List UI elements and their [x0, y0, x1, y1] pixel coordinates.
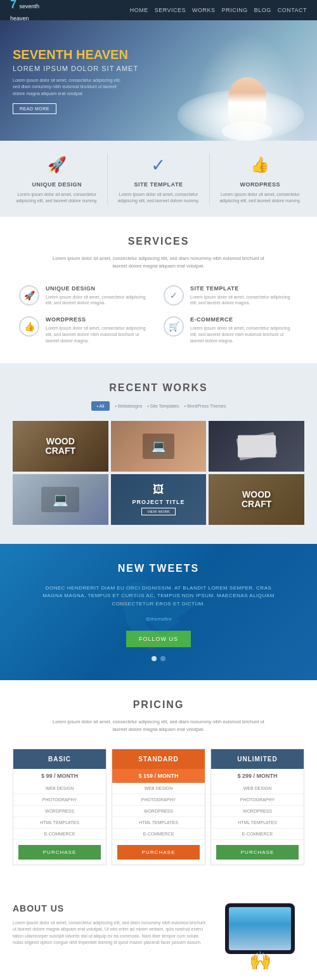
basic-purchase-button[interactable]: PURCHASE [18, 845, 101, 860]
service-body-1: Lorem ipsum dolor sit amet, consectetur … [190, 294, 298, 307]
project-title: PROJECT TITLE [132, 499, 184, 505]
basic-feature-0: WEB DESIGN [13, 783, 106, 794]
tweets-title: NEW TWEETS [19, 563, 298, 574]
service-unique-design: 🚀 UNIQUE DESIGN Lorem ipsum dolor sit am… [19, 285, 153, 307]
unlimited-feature-0: WEB DESIGN [211, 783, 304, 794]
standard-feature-3: HTML TEMPLATES [112, 817, 205, 828]
tablet-illustration: 🙌 [216, 903, 304, 971]
service-cart-icon: 🛒 [164, 316, 184, 337]
hero-person-illustration [222, 77, 273, 141]
pricing-standard-price: $ 159 / MONTH [112, 769, 205, 783]
pricing-unlimited-header: UNLIMITED [211, 749, 304, 769]
tweet-pagination [19, 656, 298, 661]
unlimited-purchase-button[interactable]: PURCHASE [216, 845, 299, 860]
service-ecommerce: 🛒 E-COMMERCE Lorem ipsum dolor sit amet,… [164, 316, 298, 344]
hero-title-rest: HEAVEN [72, 48, 127, 61]
hands-icon: 🙌 [216, 950, 304, 971]
rocket-icon: 🚀 [46, 153, 68, 176]
work-text-6: WOODCRAFT [242, 489, 271, 509]
standard-feature-2: WORDPRESS [112, 806, 205, 817]
pricing-basic-card: BASIC $ 99 / MONTH WEB DESIGN PHOTOGRAPH… [13, 749, 107, 865]
recent-works-section: RECENT WORKS • All • Webdesigns • Site T… [0, 363, 317, 544]
feature-body-0: Lorem ipsum dolor sit amet, consectetur … [13, 191, 101, 204]
unlimited-feature-1: PHOTOGRAPHY [211, 794, 304, 806]
features-bar: 🚀 UNIQUE DESIGN Lorem ipsum dolor sit am… [0, 141, 317, 217]
nav-pricing[interactable]: PRICING [222, 7, 248, 13]
thumbsup-icon: 👍 [249, 153, 271, 176]
tweets-section: 🐦 NEW TWEETS DONEC HENDRERIT DIAM EU ORC… [0, 544, 317, 680]
filter-wordpress-themes[interactable]: • WordPress Themes [184, 404, 226, 408]
works-filters: • All • Webdesigns • Site Templates • Wo… [13, 401, 304, 411]
feature-title-0: UNIQUE DESIGN [32, 181, 82, 188]
feature-site-template: ✓ SITE TEMPLATE Lorem ipsum dolor sit am… [108, 153, 209, 204]
nav-blog[interactable]: BLOG [254, 7, 271, 13]
service-title-1: SITE TEMPLATE [190, 285, 298, 292]
service-body-3: Lorem ipsum dolor sit amet, consectetur … [190, 325, 298, 344]
dot-2[interactable] [160, 656, 165, 661]
pricing-standard-card: STANDARD $ 159 / MONTH WEB DESIGN PHOTOG… [112, 749, 205, 865]
nav-logo: 7 seventhheaven [10, 0, 39, 23]
unlimited-feature-3: HTML TEMPLATES [211, 817, 304, 828]
service-site-template-text: SITE TEMPLATE Lorem ipsum dolor sit amet… [190, 285, 298, 307]
work-item-2[interactable]: 💻 [111, 421, 207, 472]
nav-services[interactable]: SERVICES [155, 7, 186, 13]
navigation: 7 seventhheaven HOME SERVICES WORKS PRIC… [0, 0, 317, 20]
filter-webdesigns[interactable]: • Webdesigns [115, 404, 142, 408]
service-unique-design-text: UNIQUE DESIGN Lorem ipsum dolor sit amet… [46, 285, 153, 307]
standard-purchase-button[interactable]: PURCHASE [117, 845, 200, 860]
about-title: ABOUT US [13, 903, 205, 913]
service-title-3: E-COMMERCE [190, 316, 298, 323]
basic-feature-2: WORDPRESS [13, 806, 106, 817]
work-text-1: WOODCRAFT [46, 436, 75, 456]
unlimited-feature-4: E-COMMERCE [211, 828, 304, 840]
service-title-2: WORDPRESS [46, 316, 153, 323]
pricing-basic-price: $ 99 / MONTH [13, 769, 106, 783]
filter-site-templates[interactable]: • Site Templates [147, 404, 179, 408]
service-check-icon: ✓ [164, 285, 184, 306]
tablet-frame [225, 903, 295, 954]
basic-feature-3: HTML TEMPLATES [13, 817, 106, 828]
nav-home[interactable]: HOME [130, 7, 148, 13]
service-thumbs-icon: 👍 [19, 316, 39, 337]
pricing-basic-header: BASIC [13, 749, 106, 769]
feature-body-2: Lorem ipsum dolor sit amet, consectetur … [216, 191, 304, 204]
checkmark-icon: ✓ [147, 153, 170, 176]
nav-works[interactable]: WORKS [192, 7, 216, 13]
hero-title: SEVENTH HEAVEN [13, 47, 304, 62]
basic-feature-4: E-COMMERCE [13, 828, 106, 840]
work-item-1[interactable]: WOODCRAFT [13, 421, 108, 472]
recent-works-title: RECENT WORKS [13, 382, 304, 394]
unlimited-feature-2: WORDPRESS [211, 806, 304, 817]
filter-all[interactable]: • All [91, 401, 110, 411]
nav-contact[interactable]: CONTACT [278, 7, 307, 13]
hero-section: SEVENTH HEAVEN LOREM IPSUM DOLOR SIT AME… [0, 20, 317, 141]
feature-title-2: WORDPRESS [240, 181, 281, 188]
tweet-body: DONEC HENDRERIT DIAM EU ORCI DIGNISSIM. … [38, 584, 279, 609]
pricing-unlimited-price: $ 299 / MONTH [211, 769, 304, 783]
works-grid: WOODCRAFT 💻 💻 🖼 PROJECT TITLE VIEW WORK … [13, 421, 304, 525]
service-ecommerce-text: E-COMMERCE Lorem ipsum dolor sit amet, c… [190, 316, 298, 344]
project-icon: 🖼 [153, 483, 164, 496]
services-section: SERVICES Lorem ipsum dolor sit amet, con… [0, 217, 317, 363]
service-body-0: Lorem ipsum dolor sit amet, consectetur … [46, 294, 153, 307]
pricing-unlimited-card: UNLIMITED $ 299 / MONTH WEB DESIGN PHOTO… [210, 749, 304, 865]
pricing-standard-header: STANDARD [112, 749, 205, 769]
tablet-screen [229, 907, 291, 950]
services-grid: 🚀 UNIQUE DESIGN Lorem ipsum dolor sit am… [19, 285, 298, 344]
work-item-6[interactable]: WOODCRAFT [209, 474, 304, 525]
feature-unique-design: 🚀 UNIQUE DESIGN Lorem ipsum dolor sit am… [6, 153, 108, 204]
work-item-4[interactable]: 💻 [13, 474, 108, 525]
follow-button[interactable]: FOLLOW US [126, 631, 191, 647]
hero-title-highlight: SEVENTH [13, 48, 72, 61]
work-item-3[interactable] [209, 421, 304, 472]
feature-title-1: SITE TEMPLATE [134, 181, 183, 188]
pricing-section: PRICING Lorem ipsum dolor sit amet, cons… [0, 680, 317, 884]
service-body-2: Lorem ipsum dolor sit amet, consectetur … [46, 325, 153, 344]
dot-1[interactable] [152, 656, 157, 661]
basic-feature-1: PHOTOGRAPHY [13, 794, 106, 806]
work-item-featured[interactable]: 🖼 PROJECT TITLE VIEW WORK [111, 474, 207, 525]
view-work-button[interactable]: VIEW WORK [141, 508, 176, 515]
standard-feature-0: WEB DESIGN [112, 783, 205, 794]
about-tablet: 🙌 [216, 903, 304, 971]
hero-cta-button[interactable]: READ MORE [13, 103, 56, 114]
